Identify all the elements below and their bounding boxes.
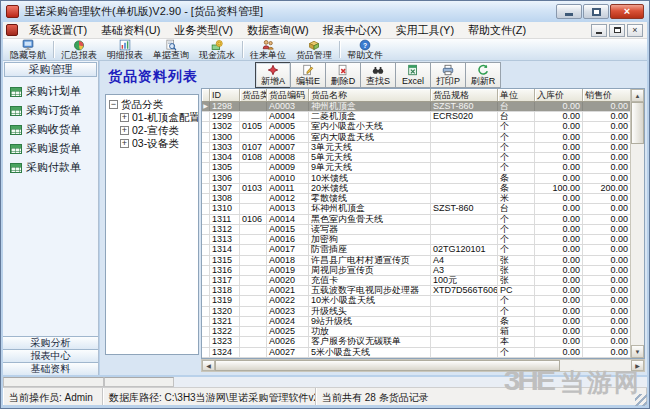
action-button-6[interactable]: 打印P bbox=[430, 62, 466, 88]
mdi-restore-button[interactable] bbox=[609, 24, 625, 37]
table-row[interactable]: 1310A0013坏神州机顶盒SZST-860台0.000.00 bbox=[202, 204, 630, 214]
action-button-4[interactable]: 查找S bbox=[360, 62, 396, 88]
sidebar-tab-2[interactable]: 报表中心 bbox=[3, 349, 98, 362]
menu-item-2[interactable]: 基础资料(U) bbox=[94, 22, 167, 39]
cell: 0.00 bbox=[583, 225, 630, 234]
cell bbox=[240, 112, 267, 121]
sidebar-tab-1[interactable]: 采购分析 bbox=[3, 336, 98, 349]
table-row[interactable]: 1300A0006室内大吸盘天线个0.000.00 bbox=[202, 133, 630, 143]
tree-node-1[interactable]: +01-机顶盒配置 bbox=[109, 111, 198, 124]
table-row[interactable]: 1312A0015读写器个0.000.00 bbox=[202, 225, 630, 235]
table-row[interactable]: 1308A0012零散馈线米0.000.00 bbox=[202, 194, 630, 204]
cell: 1312 bbox=[210, 225, 240, 234]
toolbar-button-3[interactable]: 明细报表 bbox=[102, 39, 148, 60]
sidebar-item-3[interactable]: 采购收货单 bbox=[3, 120, 98, 139]
mdi-minimize-icon bbox=[596, 32, 602, 34]
toolbar-button-6[interactable]: 往来单位 bbox=[245, 39, 291, 60]
cell: 10米馈线 bbox=[309, 174, 431, 183]
toolbar-button-1[interactable]: 隐藏导航 bbox=[5, 39, 51, 60]
column-header-4[interactable]: 货品名称 bbox=[309, 89, 431, 101]
column-header-5[interactable]: 货品规格 bbox=[431, 89, 498, 101]
tree-node-2[interactable]: +02-宣传类 bbox=[109, 124, 198, 137]
vertical-scrollbar[interactable]: ▲ ▼ bbox=[630, 89, 644, 358]
table-row[interactable]: 1316A0019周视同步宣传页A3张0.000.00 bbox=[202, 266, 630, 276]
action-button-label: 新增A bbox=[261, 77, 285, 86]
toolbar-button-2[interactable]: 汇总报表 bbox=[56, 39, 102, 60]
action-button-5[interactable]: Excel bbox=[395, 62, 431, 88]
table-row[interactable]: 13070103A001120米馈线条100.00200.00 bbox=[202, 184, 630, 194]
table-row[interactable]: 1305A00099单元天线个0.000.00 bbox=[202, 163, 630, 173]
cell: 0.00 bbox=[535, 266, 583, 275]
table-row[interactable]: 1319A002210米小吸盘天线个0.000.00 bbox=[202, 296, 630, 306]
table-row[interactable]: 1306A001010米馈线条0.000.00 bbox=[202, 174, 630, 184]
sidebar-item-1[interactable]: 采购计划单 bbox=[3, 82, 98, 101]
action-button-2[interactable]: 编辑E bbox=[290, 62, 326, 88]
vertical-scrollbar-thumb[interactable] bbox=[631, 102, 644, 144]
column-header-8[interactable]: 销售价 bbox=[583, 89, 631, 101]
menu-item-5[interactable]: 报表中心(X) bbox=[316, 22, 389, 39]
menu-item-3[interactable]: 业务类型(V) bbox=[167, 22, 240, 39]
menu-item-6[interactable]: 实用工具(Y) bbox=[388, 22, 461, 39]
mdi-minimize-button[interactable] bbox=[591, 24, 607, 37]
mdi-close-button[interactable]: × bbox=[627, 24, 643, 37]
toolbar-button-4[interactable]: 单据查询 bbox=[148, 39, 194, 60]
table-row[interactable]: 13030107A00073单元天线个0.000.00 bbox=[202, 143, 630, 153]
sidebar-tab-3[interactable]: 基础资料 bbox=[3, 362, 98, 375]
table-row[interactable]: 13040108A00085单元天线个0.000.00 bbox=[202, 153, 630, 163]
table-row[interactable]: 1313A0016加密狗个0.000.00 bbox=[202, 235, 630, 245]
menu-item-1[interactable]: 系统设置(T) bbox=[22, 22, 94, 39]
action-button-1[interactable]: 新增A bbox=[255, 62, 291, 88]
table-row[interactable]: 1322A0025功放箱0.000.00 bbox=[202, 327, 630, 337]
sidebar-item-5[interactable]: 采购付款单 bbox=[3, 158, 98, 177]
tree-node-3[interactable]: +03-设备类 bbox=[109, 137, 198, 150]
cell bbox=[240, 194, 267, 203]
table-row[interactable]: 1320A0023升级线头个0.000.00 bbox=[202, 307, 630, 317]
menu-item-7[interactable]: 帮助文件(Z) bbox=[461, 22, 533, 39]
scroll-down-icon[interactable]: ▼ bbox=[631, 345, 644, 358]
column-header-6[interactable]: 单位 bbox=[498, 89, 535, 101]
maximize-button[interactable] bbox=[583, 4, 609, 19]
table-row[interactable]: 13110106A0014黑色室内鱼骨天线个0.000.00 bbox=[202, 215, 630, 225]
toolbar-button-5[interactable]: 现金流水 bbox=[194, 39, 240, 60]
table-row[interactable]: 1314A0017防雷插座02TG120101个0.000.00 bbox=[202, 245, 630, 255]
column-header-2[interactable]: 货品类别 bbox=[240, 89, 267, 101]
sidebar-bottom-tabs: 采购分析报表中心基础资料 bbox=[3, 336, 98, 375]
expand-icon[interactable]: + bbox=[120, 139, 129, 148]
minimize-button[interactable] bbox=[556, 4, 582, 19]
column-header-7[interactable]: 入库价 bbox=[535, 89, 583, 101]
table-row[interactable]: 1318A0021五载波数字电视同步处理器XTD7D566T606MD1212P… bbox=[202, 286, 630, 296]
table-row[interactable]: 1299A0004二菱机顶盒ECRS020台0.000.00 bbox=[202, 112, 630, 122]
horizontal-scrollbar-thumb[interactable] bbox=[215, 360, 560, 371]
table-row[interactable]: 1317A0020充值卡100元张0.000.00 bbox=[202, 276, 630, 286]
scroll-up-icon[interactable]: ▲ bbox=[631, 89, 644, 102]
scroll-left-icon[interactable]: ◀ bbox=[202, 360, 215, 371]
cell: 个 bbox=[498, 225, 535, 234]
table-row[interactable]: 1321A00249站升级线条0.000.00 bbox=[202, 317, 630, 327]
expand-icon[interactable]: + bbox=[120, 126, 129, 135]
resize-grip[interactable] bbox=[635, 394, 647, 406]
toolbar-button-8[interactable]: ?帮助文件 bbox=[342, 39, 388, 60]
sidebar-item-4[interactable]: 采购退货单 bbox=[3, 139, 98, 158]
row-selector bbox=[202, 307, 210, 316]
minimize-icon bbox=[565, 13, 573, 16]
cell: 读写器 bbox=[309, 225, 431, 234]
table-row[interactable]: 13020105A0005室内小吸盘小天线个0.000.00 bbox=[202, 122, 630, 132]
scroll-right-icon[interactable]: ▶ bbox=[631, 360, 644, 371]
action-button-3[interactable]: 删除D bbox=[325, 62, 361, 88]
table-row[interactable]: 1315A0018许昌县广电村村通宣传页A4张0.000.00 bbox=[202, 256, 630, 266]
close-button[interactable]: × bbox=[610, 4, 644, 19]
table-row[interactable]: 1324A00275米小吸盘天线个0.000.00 bbox=[202, 348, 630, 358]
toolbar-button-7[interactable]: 货品管理 bbox=[291, 39, 337, 60]
tree-root[interactable]: − 货品分类 bbox=[109, 98, 198, 111]
collapse-icon[interactable]: − bbox=[109, 100, 118, 109]
horizontal-scrollbar[interactable]: ◀ ▶ bbox=[201, 359, 645, 372]
table-row[interactable]: ▶1298A0003神州机顶盒SZST-860台0.000.00 bbox=[202, 102, 630, 112]
column-header-3[interactable]: 货品编码 bbox=[267, 89, 309, 101]
column-header-1[interactable]: ID bbox=[210, 89, 240, 101]
menu-item-4[interactable]: 数据查询(W) bbox=[240, 22, 316, 39]
sidebar-item-2[interactable]: 采购订货单 bbox=[3, 101, 98, 120]
expand-icon[interactable]: + bbox=[120, 113, 129, 122]
table-row[interactable]: 1323A0026客户服务协议无碳联单本0.000.00 bbox=[202, 337, 630, 347]
action-button-7[interactable]: 刷新R bbox=[465, 62, 501, 88]
cell: 0.00 bbox=[583, 235, 630, 244]
